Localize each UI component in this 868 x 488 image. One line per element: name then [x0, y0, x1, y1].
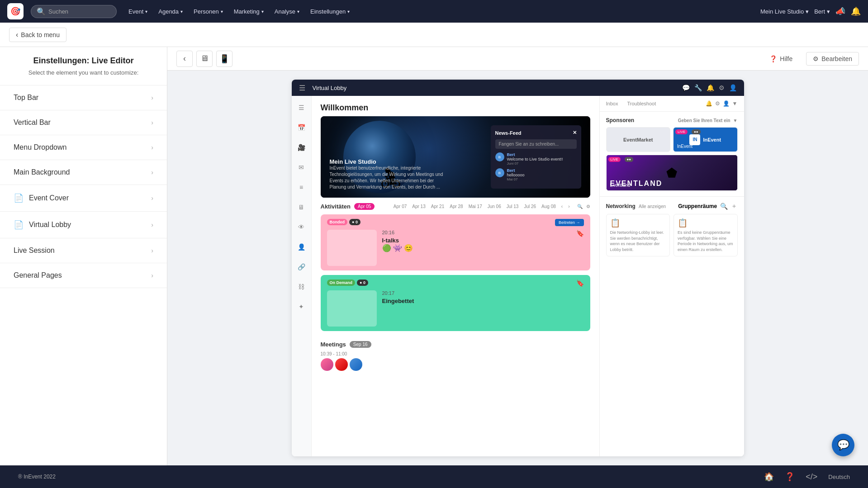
back-to-menu-button[interactable]: ‹ Back to menu: [9, 28, 66, 42]
footer: ® InEvent 2022 🏠 ❓ </> Deutsch: [0, 465, 868, 488]
badge-bonded: Bonded: [327, 219, 348, 225]
date-item[interactable]: Apr 07: [392, 203, 408, 210]
date-item[interactable]: Apr 28: [448, 203, 465, 210]
preview-right: ❓ Hilfe ⚙ Bearbeiten: [763, 52, 859, 66]
lbar-person-icon[interactable]: 👤: [295, 241, 308, 253]
settings-icon[interactable]: ⚙: [715, 100, 720, 107]
search-box[interactable]: 🔍: [31, 5, 117, 18]
join-button[interactable]: Beitreten →: [555, 219, 584, 226]
activities-title: Aktivitäten: [321, 203, 351, 210]
sponsor-eventmarket[interactable]: EventMarket: [606, 127, 671, 152]
lbar-video-icon[interactable]: 🎥: [295, 141, 308, 154]
inbox-label[interactable]: Inbox: [606, 101, 618, 106]
date-item[interactable]: Jul 13: [505, 203, 521, 210]
filter-activities-icon[interactable]: ⚙: [586, 204, 590, 209]
sidebar-item-event-cover[interactable]: 📄 Event Cover ›: [0, 185, 167, 211]
next-date-icon[interactable]: ›: [566, 203, 571, 210]
sponsor-eventland[interactable]: LIVE ●● ⬟ EVENTLAND Eventland: [606, 155, 738, 191]
date-item[interactable]: Apr 21: [429, 203, 446, 210]
troubleshoot-label[interactable]: Troubleshoot: [627, 101, 656, 106]
app-logo[interactable]: 🎯: [7, 3, 24, 19]
group-search-icon[interactable]: 🔍: [720, 203, 728, 210]
right-panel-icons: 🔔 ⚙ 👤 ▼: [706, 100, 738, 107]
networking-all-link[interactable]: Alle anzeigen: [639, 204, 666, 209]
lbar-menu-icon[interactable]: ☰: [295, 101, 308, 114]
bookmark-icon[interactable]: 🔖: [576, 230, 584, 237]
filter-icon[interactable]: ▼: [732, 100, 738, 107]
nav-item-marketing[interactable]: Marketing ▾: [229, 5, 268, 18]
help-icon[interactable]: ❓: [785, 472, 795, 482]
date-item[interactable]: Aug 08: [540, 203, 558, 210]
nav-item-personen[interactable]: Personen ▾: [189, 5, 228, 18]
nav-item-agenda[interactable]: Agenda ▾: [154, 5, 187, 18]
sponsors-filter-icon[interactable]: ▼: [733, 118, 738, 123]
avatar[interactable]: 👤: [729, 84, 737, 91]
sponsors-text-input[interactable]: Geben Sie Ihren Text ein: [678, 118, 730, 123]
date-item[interactable]: Apr 13: [410, 203, 427, 210]
chevron-down-icon: ▾: [806, 8, 809, 15]
settings-icon[interactable]: ⚙: [719, 84, 725, 91]
desktop-view-button[interactable]: 🖥: [196, 51, 213, 67]
inbox-icon[interactable]: 💬: [682, 84, 690, 91]
lbar-email-icon[interactable]: ✉: [295, 161, 308, 174]
lobby-preview: ☰ Virtual Lobby 💬 🔧 🔔 ⚙ 👤 ☰ 📅: [292, 80, 744, 456]
activity-thumbnail: [327, 230, 377, 266]
date-item[interactable]: Jul 26: [522, 203, 538, 210]
prev-date-icon[interactable]: ‹: [560, 203, 564, 210]
search-input[interactable]: [48, 8, 112, 15]
lbar-link-icon[interactable]: 🔗: [295, 261, 308, 273]
sponsor-inevent[interactable]: IN InEvent LIVE ●● InEvent: [673, 127, 738, 152]
sidebar-item-menu-dropdown[interactable]: Menu Dropdown ›: [0, 135, 167, 160]
nav-item-event[interactable]: Event ▾: [124, 5, 152, 18]
hamburger-icon[interactable]: ☰: [299, 84, 305, 92]
sidebar-item-label: Live Session: [14, 246, 55, 255]
close-icon[interactable]: ✕: [573, 130, 577, 136]
lbar-calendar-icon[interactable]: 📅: [295, 121, 308, 134]
lbar-eye-icon[interactable]: 👁: [295, 221, 308, 233]
news-feed-input[interactable]: Fangen Sie an zu schreiben...: [495, 139, 577, 149]
group-add-icon[interactable]: ＋: [731, 202, 737, 210]
home-icon[interactable]: 🏠: [764, 472, 774, 482]
help-button[interactable]: ❓ Hilfe: [763, 52, 799, 65]
sidebar-item-virtual-lobby[interactable]: 📄 Virtual Lobby ›: [0, 211, 167, 238]
document-icon: 📄: [14, 193, 24, 203]
mobile-view-button[interactable]: 📱: [216, 51, 232, 67]
networking-title: Networking: [606, 203, 636, 209]
avatar-1: 🟢: [382, 244, 391, 252]
activities-date-chip[interactable]: Apr 05: [354, 203, 375, 210]
notification-icon[interactable]: 🔔: [707, 84, 714, 91]
megaphone-icon[interactable]: 📣: [835, 6, 845, 16]
user-button[interactable]: Bert ▾: [814, 8, 830, 15]
nav-item-analyse[interactable]: Analyse ▾: [270, 5, 304, 18]
bookmark-icon-2[interactable]: 🔖: [576, 280, 584, 287]
troubleshoot-icon[interactable]: 🔧: [694, 84, 702, 91]
avatar-icon[interactable]: 👤: [723, 100, 730, 107]
sidebar-item-main-background[interactable]: Main Background ›: [0, 160, 167, 185]
bell-icon[interactable]: 🔔: [706, 100, 712, 107]
bell-icon[interactable]: 🔔: [851, 6, 861, 16]
chat-fab-button[interactable]: 💬: [832, 434, 854, 456]
sidebar-item-general-pages[interactable]: General Pages ›: [0, 263, 167, 288]
lbar-star-icon[interactable]: ✦: [295, 300, 308, 313]
search-activities-input[interactable]: 🔍: [577, 204, 583, 209]
language-selector[interactable]: Deutsch: [828, 474, 850, 480]
search-icon: 🔍: [37, 7, 46, 16]
news-feed-title: News-Feed ✕: [495, 130, 577, 136]
lbar-monitor-icon[interactable]: 🖥: [295, 201, 308, 213]
edit-button[interactable]: ⚙ Bearbeiten: [806, 52, 859, 66]
sidebar-item-vertical-bar[interactable]: Vertical Bar ›: [0, 110, 167, 135]
lbar-list-icon[interactable]: ≡: [295, 181, 308, 194]
code-icon[interactable]: </>: [806, 472, 817, 482]
date-item[interactable]: Jun 06: [486, 203, 503, 210]
live-badge: LIVE: [675, 129, 688, 134]
prev-button[interactable]: ‹: [176, 51, 193, 67]
sidebar-item-top-bar[interactable]: Top Bar ›: [0, 85, 167, 110]
nav-item-einstellungen[interactable]: Einstellungen ▾: [306, 5, 354, 18]
meetings-date-chip[interactable]: Sep 16: [350, 341, 371, 348]
sidebar-item-live-session[interactable]: Live Session ›: [0, 238, 167, 263]
studio-button[interactable]: Mein Live Studio ▾: [760, 8, 809, 15]
sidebar-item-label: General Pages: [14, 271, 62, 280]
lbar-chain-icon[interactable]: ⛓: [295, 280, 308, 293]
date-item[interactable]: Mai 17: [467, 203, 484, 210]
sidebar-item-label: Menu Dropdown: [14, 143, 66, 152]
